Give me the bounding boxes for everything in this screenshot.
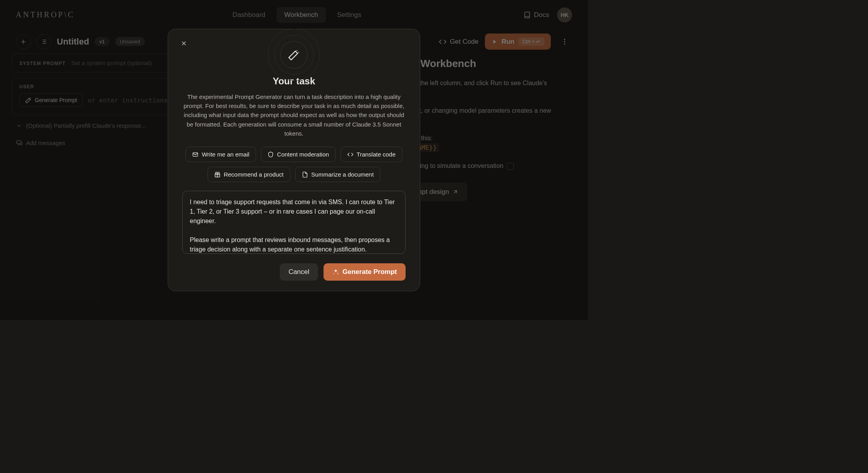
code-icon [347, 151, 354, 158]
task-description-input[interactable] [182, 191, 406, 254]
close-button[interactable] [178, 37, 190, 50]
modal-hero-icon [280, 41, 308, 69]
shield-icon [268, 151, 274, 158]
gift-icon [214, 171, 221, 178]
example-email[interactable]: Write me an email [185, 147, 256, 162]
example-summarize[interactable]: Summarize a document [295, 167, 380, 182]
sparkle-icon [332, 268, 339, 276]
modal-overlay: Your task The experimental Prompt Genera… [0, 0, 588, 320]
close-icon [180, 40, 187, 47]
modal-description: The experimental Prompt Generator can tu… [182, 92, 406, 138]
example-translate[interactable]: Translate code [340, 147, 402, 162]
mail-icon [192, 151, 198, 158]
wand-icon [288, 49, 299, 60]
cancel-button[interactable]: Cancel [280, 263, 318, 281]
file-icon [302, 171, 308, 178]
example-recommend[interactable]: Recommend a product [208, 167, 290, 182]
example-moderation[interactable]: Content moderation [261, 147, 336, 162]
prompt-generator-modal: Your task The experimental Prompt Genera… [168, 29, 420, 291]
generate-prompt-button[interactable]: Generate Prompt [324, 263, 406, 281]
